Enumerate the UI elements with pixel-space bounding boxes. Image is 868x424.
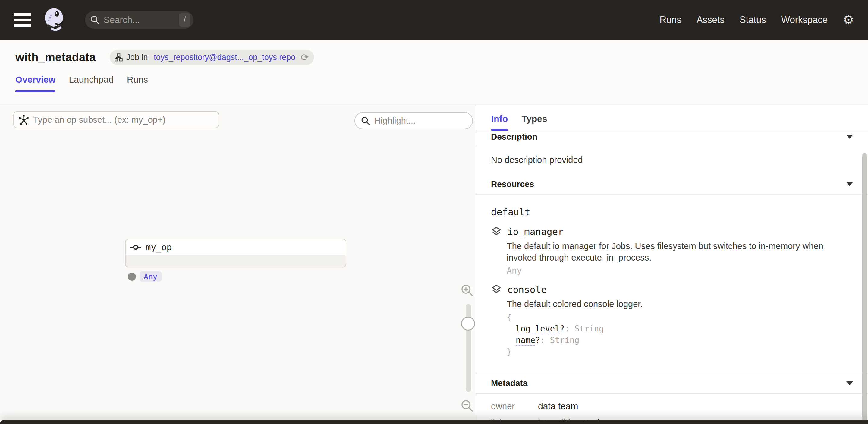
bottom-tray-edge[interactable] — [0, 420, 868, 424]
section-resources[interactable]: Resources — [476, 174, 868, 194]
slash-shortcut-badge: / — [179, 13, 190, 27]
chevron-down-icon — [846, 135, 853, 139]
search-input[interactable]: Search... / — [85, 11, 193, 29]
highlight-input[interactable]: Highlight... — [354, 112, 473, 129]
op-subset-placeholder: Type an op subset... (ex: my_op+) — [33, 115, 165, 125]
tab-info[interactable]: Info — [491, 114, 508, 130]
tab-overview[interactable]: Overview — [16, 74, 56, 92]
resource-icon — [491, 284, 502, 295]
page-title: with_metadata — [16, 51, 96, 64]
info-panel: Info Types Description No description pr… — [476, 105, 868, 424]
menu-icon[interactable] — [14, 13, 31, 27]
chevron-down-icon — [846, 182, 853, 186]
nav-link-runs[interactable]: Runs — [660, 14, 681, 25]
section-description[interactable]: Description — [476, 131, 868, 147]
metadata-row-owner: owner data team — [491, 401, 853, 411]
schema-field: name?: String — [507, 334, 853, 346]
nav-link-workspace[interactable]: Workspace — [781, 14, 828, 25]
metadata-table: owner data team link https://dagster.io — [476, 394, 868, 424]
section-resources-title: Resources — [491, 179, 534, 189]
metadata-value: data team — [538, 401, 578, 411]
output-handle — [128, 273, 136, 281]
schema-key: log_level — [516, 324, 560, 334]
zoom-out-icon[interactable] — [460, 399, 474, 413]
resource-type: Any — [507, 266, 853, 276]
dagster-logo[interactable] — [43, 7, 66, 32]
resource-item-console: console The default colored console logg… — [491, 284, 853, 357]
op-node-my-op[interactable]: my_op — [125, 239, 346, 268]
section-metadata[interactable]: Metadata — [476, 373, 868, 394]
nav-link-assets[interactable]: Assets — [696, 14, 724, 25]
gear-icon[interactable]: ⚙ — [843, 13, 854, 26]
search-icon — [90, 16, 99, 24]
output-type-badge[interactable]: Any — [140, 271, 161, 282]
panel-scrollbar-thumb[interactable] — [862, 153, 867, 422]
zoom-in-icon[interactable] — [460, 283, 474, 297]
section-metadata-title: Metadata — [491, 378, 527, 388]
description-body: No description provided — [476, 147, 868, 174]
schema-field: log_level?: String — [507, 323, 853, 334]
resources-content: default io_manager The default io manage… — [476, 194, 868, 357]
job-badge-prefix: Job in — [126, 53, 150, 62]
highlight-search-icon — [361, 116, 370, 125]
tab-types[interactable]: Types — [522, 114, 547, 130]
resource-item-io-manager: io_manager The default io manager for Jo… — [491, 226, 853, 276]
section-description-title: Description — [491, 132, 537, 142]
resource-description: The default colored console logger. — [507, 298, 853, 310]
resource-group-name: default — [491, 207, 853, 217]
search-placeholder: Search... — [104, 15, 179, 25]
op-subset-input[interactable]: Type an op subset... (ex: my_op+) — [13, 111, 219, 128]
op-subset-icon — [19, 115, 29, 125]
schema-type: String — [575, 324, 604, 333]
job-badge: Job in toys_repository@dagst..._op_toys.… — [110, 50, 314, 65]
job-graph-icon — [115, 53, 123, 62]
page-header: with_metadata Job in toys_repository@dag… — [0, 39, 868, 105]
metadata-key: owner — [491, 401, 538, 411]
info-panel-scroll[interactable]: Description No description provided Reso… — [476, 131, 868, 424]
schema-open-brace: { — [507, 311, 853, 323]
highlight-placeholder: Highlight... — [374, 116, 415, 126]
info-panel-tabs: Info Types — [476, 105, 868, 131]
schema-close-brace: } — [507, 346, 853, 357]
resource-description: The default io manager for Jobs. Uses fi… — [507, 240, 853, 263]
op-icon — [130, 244, 141, 251]
schema-key: name — [516, 335, 535, 345]
tab-runs[interactable]: Runs — [127, 74, 148, 92]
op-node-name: my_op — [146, 242, 172, 252]
resource-name: io_manager — [507, 226, 564, 237]
resource-name: console — [507, 284, 547, 295]
tab-launchpad[interactable]: Launchpad — [69, 74, 113, 92]
resource-icon — [491, 226, 502, 237]
reload-icon[interactable]: ⟳ — [301, 52, 309, 63]
config-schema: { log_level?: String name?: String } — [507, 311, 853, 357]
top-nav: Search... / Runs Assets Status Workspace… — [0, 0, 868, 39]
nav-link-status[interactable]: Status — [740, 14, 766, 25]
op-node-body — [126, 255, 346, 268]
schema-type: String — [550, 335, 580, 345]
repository-link[interactable]: toys_repository@dagst..._op_toys.repo — [154, 53, 296, 62]
chevron-down-icon — [846, 382, 853, 385]
graph-pane: Type an op subset... (ex: my_op+) Highli… — [0, 105, 476, 424]
job-tabs: Overview Launchpad Runs — [16, 74, 868, 92]
zoom-slider-thumb[interactable] — [461, 316, 475, 331]
